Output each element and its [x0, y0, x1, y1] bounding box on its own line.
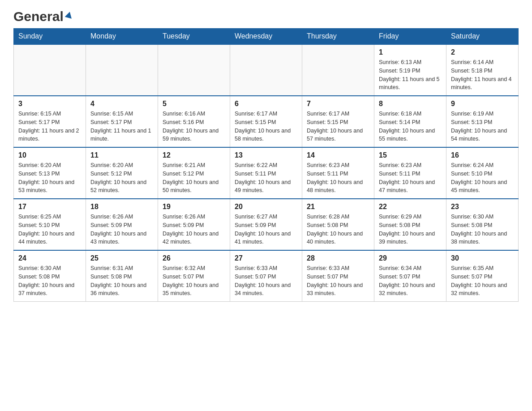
day-number: 20: [235, 203, 297, 211]
calendar-day-cell: 30Sunrise: 6:35 AMSunset: 5:07 PMDayligh…: [446, 250, 519, 302]
day-info: Sunrise: 6:20 AMSunset: 5:12 PMDaylight:…: [90, 161, 153, 195]
calendar-week-row: 3Sunrise: 6:15 AMSunset: 5:17 PMDaylight…: [14, 96, 519, 147]
calendar-day-cell: 24Sunrise: 6:30 AMSunset: 5:08 PMDayligh…: [14, 250, 86, 302]
day-info: Sunrise: 6:21 AMSunset: 5:12 PMDaylight:…: [163, 161, 225, 195]
day-number: 2: [451, 48, 514, 56]
day-number: 30: [451, 254, 514, 262]
calendar-day-cell: 14Sunrise: 6:23 AMSunset: 5:11 PMDayligh…: [302, 147, 374, 199]
page-header: General: [13, 9, 519, 24]
calendar-day-cell: 2Sunrise: 6:14 AMSunset: 5:18 PMDaylight…: [446, 44, 519, 96]
day-number: 28: [307, 254, 369, 262]
day-of-week-header: Wednesday: [230, 29, 302, 45]
day-number: 15: [379, 151, 442, 159]
calendar-day-cell: 28Sunrise: 6:33 AMSunset: 5:07 PMDayligh…: [302, 250, 374, 302]
day-number: 22: [379, 203, 442, 211]
day-of-week-header: Tuesday: [158, 29, 230, 45]
day-info: Sunrise: 6:32 AMSunset: 5:07 PMDaylight:…: [163, 264, 225, 298]
day-info: Sunrise: 6:15 AMSunset: 5:17 PMDaylight:…: [90, 110, 153, 143]
calendar-header-row: SundayMondayTuesdayWednesdayThursdayFrid…: [14, 29, 519, 45]
calendar-day-cell: [86, 44, 158, 96]
calendar-day-cell: 22Sunrise: 6:29 AMSunset: 5:08 PMDayligh…: [374, 199, 446, 250]
day-number: 11: [90, 151, 153, 159]
day-number: 9: [451, 100, 514, 108]
calendar-day-cell: 25Sunrise: 6:31 AMSunset: 5:08 PMDayligh…: [86, 250, 158, 302]
day-info: Sunrise: 6:18 AMSunset: 5:14 PMDaylight:…: [379, 110, 442, 143]
day-number: 1: [379, 48, 442, 56]
day-number: 5: [163, 100, 225, 108]
day-number: 29: [379, 254, 442, 262]
day-info: Sunrise: 6:20 AMSunset: 5:13 PMDaylight:…: [18, 161, 81, 195]
day-info: Sunrise: 6:23 AMSunset: 5:11 PMDaylight:…: [379, 161, 442, 195]
calendar-day-cell: 4Sunrise: 6:15 AMSunset: 5:17 PMDaylight…: [86, 96, 158, 147]
day-info: Sunrise: 6:25 AMSunset: 5:10 PMDaylight:…: [18, 213, 81, 246]
logo: General: [13, 9, 73, 24]
calendar-day-cell: [14, 44, 86, 96]
calendar-week-row: 10Sunrise: 6:20 AMSunset: 5:13 PMDayligh…: [14, 147, 519, 199]
calendar-day-cell: 26Sunrise: 6:32 AMSunset: 5:07 PMDayligh…: [158, 250, 230, 302]
day-number: 24: [18, 254, 81, 262]
calendar-day-cell: 3Sunrise: 6:15 AMSunset: 5:17 PMDaylight…: [14, 96, 86, 147]
calendar-day-cell: 15Sunrise: 6:23 AMSunset: 5:11 PMDayligh…: [374, 147, 446, 199]
day-info: Sunrise: 6:13 AMSunset: 5:19 PMDaylight:…: [379, 58, 442, 92]
calendar-day-cell: 19Sunrise: 6:26 AMSunset: 5:09 PMDayligh…: [158, 199, 230, 250]
calendar-day-cell: 8Sunrise: 6:18 AMSunset: 5:14 PMDaylight…: [374, 96, 446, 147]
day-info: Sunrise: 6:27 AMSunset: 5:09 PMDaylight:…: [235, 213, 297, 246]
day-number: 27: [235, 254, 297, 262]
day-info: Sunrise: 6:23 AMSunset: 5:11 PMDaylight:…: [307, 161, 369, 195]
calendar-day-cell: 9Sunrise: 6:19 AMSunset: 5:13 PMDaylight…: [446, 96, 519, 147]
day-info: Sunrise: 6:24 AMSunset: 5:10 PMDaylight:…: [451, 161, 514, 195]
day-info: Sunrise: 6:19 AMSunset: 5:13 PMDaylight:…: [451, 110, 514, 143]
calendar-day-cell: [230, 44, 302, 96]
logo-triangle-icon: [65, 11, 73, 21]
day-info: Sunrise: 6:34 AMSunset: 5:07 PMDaylight:…: [379, 264, 442, 298]
calendar-table: SundayMondayTuesdayWednesdayThursdayFrid…: [13, 28, 519, 302]
day-of-week-header: Friday: [374, 29, 446, 45]
calendar-day-cell: 18Sunrise: 6:26 AMSunset: 5:09 PMDayligh…: [86, 199, 158, 250]
day-number: 16: [451, 151, 514, 159]
calendar-day-cell: [302, 44, 374, 96]
day-number: 12: [163, 151, 225, 159]
day-info: Sunrise: 6:35 AMSunset: 5:07 PMDaylight:…: [451, 264, 514, 298]
day-of-week-header: Thursday: [302, 29, 374, 45]
calendar-day-cell: 6Sunrise: 6:17 AMSunset: 5:15 PMDaylight…: [230, 96, 302, 147]
calendar-day-cell: 23Sunrise: 6:30 AMSunset: 5:08 PMDayligh…: [446, 199, 519, 250]
day-info: Sunrise: 6:26 AMSunset: 5:09 PMDaylight:…: [163, 213, 225, 246]
day-number: 18: [90, 203, 153, 211]
day-number: 6: [235, 100, 297, 108]
day-info: Sunrise: 6:31 AMSunset: 5:08 PMDaylight:…: [90, 264, 153, 298]
calendar-day-cell: 1Sunrise: 6:13 AMSunset: 5:19 PMDaylight…: [374, 44, 446, 96]
calendar-day-cell: [158, 44, 230, 96]
day-info: Sunrise: 6:33 AMSunset: 5:07 PMDaylight:…: [307, 264, 369, 298]
day-of-week-header: Sunday: [14, 29, 86, 45]
day-of-week-header: Saturday: [446, 29, 519, 45]
day-number: 25: [90, 254, 153, 262]
svg-marker-0: [65, 11, 73, 19]
day-number: 3: [18, 100, 81, 108]
calendar-week-row: 1Sunrise: 6:13 AMSunset: 5:19 PMDaylight…: [14, 44, 519, 96]
day-number: 10: [18, 151, 81, 159]
day-info: Sunrise: 6:17 AMSunset: 5:15 PMDaylight:…: [307, 110, 369, 143]
day-number: 14: [307, 151, 369, 159]
day-info: Sunrise: 6:22 AMSunset: 5:11 PMDaylight:…: [235, 161, 297, 195]
day-info: Sunrise: 6:26 AMSunset: 5:09 PMDaylight:…: [90, 213, 153, 246]
day-number: 7: [307, 100, 369, 108]
day-number: 13: [235, 151, 297, 159]
day-of-week-header: Monday: [86, 29, 158, 45]
day-info: Sunrise: 6:28 AMSunset: 5:08 PMDaylight:…: [307, 213, 369, 246]
day-info: Sunrise: 6:15 AMSunset: 5:17 PMDaylight:…: [18, 110, 81, 143]
day-number: 26: [163, 254, 225, 262]
day-number: 17: [18, 203, 81, 211]
calendar-day-cell: 17Sunrise: 6:25 AMSunset: 5:10 PMDayligh…: [14, 199, 86, 250]
calendar-day-cell: 21Sunrise: 6:28 AMSunset: 5:08 PMDayligh…: [302, 199, 374, 250]
day-info: Sunrise: 6:17 AMSunset: 5:15 PMDaylight:…: [235, 110, 297, 143]
calendar-day-cell: 29Sunrise: 6:34 AMSunset: 5:07 PMDayligh…: [374, 250, 446, 302]
day-info: Sunrise: 6:30 AMSunset: 5:08 PMDaylight:…: [451, 213, 514, 246]
calendar-day-cell: 27Sunrise: 6:33 AMSunset: 5:07 PMDayligh…: [230, 250, 302, 302]
calendar-week-row: 24Sunrise: 6:30 AMSunset: 5:08 PMDayligh…: [14, 250, 519, 302]
calendar-day-cell: 10Sunrise: 6:20 AMSunset: 5:13 PMDayligh…: [14, 147, 86, 199]
logo-general-text: General: [13, 9, 64, 24]
calendar-day-cell: 13Sunrise: 6:22 AMSunset: 5:11 PMDayligh…: [230, 147, 302, 199]
day-number: 8: [379, 100, 442, 108]
day-info: Sunrise: 6:16 AMSunset: 5:16 PMDaylight:…: [163, 110, 225, 143]
calendar-day-cell: 12Sunrise: 6:21 AMSunset: 5:12 PMDayligh…: [158, 147, 230, 199]
